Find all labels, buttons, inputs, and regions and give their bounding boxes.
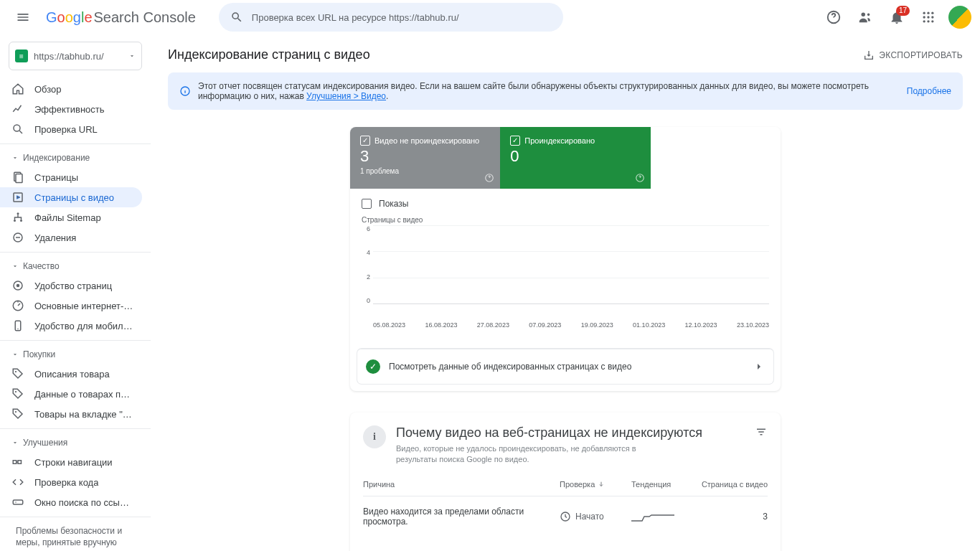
prev-page[interactable]	[717, 547, 738, 551]
main: Индексирование страниц с видео ЭКСПОРТИР…	[151, 34, 980, 551]
svg-rect-29	[13, 500, 23, 504]
nav-head-quality[interactable]: Качество	[0, 257, 151, 276]
reasons-title: Почему видео на веб-страницах не индекси…	[396, 425, 702, 441]
property-selector[interactable]: ≡https://tabhub.ru/	[9, 42, 142, 70]
svg-point-8	[923, 20, 925, 22]
svg-point-11	[14, 125, 20, 131]
svg-point-3	[927, 12, 929, 14]
logo: Google Search Console	[46, 9, 196, 26]
svg-point-2	[923, 12, 925, 14]
svg-point-30	[15, 501, 17, 503]
clock-icon	[560, 511, 571, 522]
svg-point-24	[15, 371, 17, 372]
search-icon	[230, 11, 243, 24]
sidebar-item[interactable]: Файлы Sitemap	[0, 207, 142, 227]
sidebar-item[interactable]: Товары на вкладке "Покупки"	[0, 404, 142, 424]
sidebar-item[interactable]: Проверка URL	[0, 119, 142, 139]
sidebar-item[interactable]: Эффективность	[0, 99, 142, 119]
page-title: Индексирование страниц с видео	[168, 47, 370, 62]
table-row[interactable]: Видео находится за пределами области про…	[363, 496, 768, 537]
svg-point-4	[931, 12, 933, 14]
apps-icon[interactable]	[914, 3, 943, 32]
info-icon	[179, 85, 191, 97]
chevron-right-icon	[753, 361, 765, 372]
svg-point-15	[17, 212, 19, 215]
sidebar-item[interactable]: Обзор	[0, 79, 142, 99]
sidebar-item[interactable]: Окно поиска по ссылкам сайта	[0, 492, 142, 512]
sidebar-item[interactable]: Удобство страниц	[0, 276, 142, 296]
svg-point-20	[17, 284, 20, 288]
svg-point-5	[923, 16, 925, 18]
sidebar-item[interactable]: Описания товара	[0, 364, 142, 384]
svg-rect-13	[16, 174, 22, 183]
sidebar-item[interactable]: Страницы с видео	[0, 187, 142, 207]
sidebar: ≡https://tabhub.ru/ ОбзорЭффективностьПр…	[0, 34, 151, 551]
sidebar-item[interactable]: Страницы	[0, 167, 142, 187]
people-icon[interactable]	[851, 3, 880, 32]
nav-head-indexing[interactable]: Индексирование	[0, 149, 151, 167]
view-indexed-data[interactable]: ✓ Посмотреть данные об индексированных с…	[357, 349, 773, 384]
checkbox-icon	[360, 136, 370, 146]
svg-point-17	[20, 220, 22, 222]
svg-point-6	[927, 16, 929, 18]
nav-security[interactable]: Проблемы безопасности и меры, принятые в…	[0, 522, 151, 551]
col-check-sort[interactable]: Проверка	[560, 480, 631, 489]
banner-link[interactable]: Улучшения > Видео	[306, 91, 386, 101]
avatar[interactable]	[948, 6, 971, 29]
svg-rect-27	[13, 461, 17, 464]
nav-head-shopping[interactable]: Покупки	[0, 345, 151, 364]
reasons-subtitle: Видео, которые не удалось проиндексирова…	[396, 443, 676, 466]
search-placeholder: Проверка всех URL на ресурсе https://tab…	[252, 12, 459, 23]
sidebar-item[interactable]: Основные интернет-показатели	[0, 296, 142, 316]
tab-indexed[interactable]: Проиндексировано 0	[500, 127, 650, 189]
sidebar-item[interactable]: Проверка кода	[0, 472, 142, 492]
svg-point-7	[931, 16, 933, 18]
info-icon: i	[363, 425, 386, 448]
svg-point-23	[17, 329, 19, 330]
notifications-badge: 17	[896, 6, 910, 16]
sidebar-item[interactable]: Строки навигации	[0, 452, 142, 472]
svg-rect-28	[18, 461, 22, 464]
svg-point-26	[15, 411, 17, 413]
export-button[interactable]: ЭКСПОРТИРОВАТЬ	[863, 50, 963, 61]
sidebar-item[interactable]: Данные о товарах продавца	[0, 384, 142, 404]
svg-point-25	[15, 391, 17, 392]
sidebar-item[interactable]: Удобство для мобильных	[0, 316, 142, 336]
sparkline	[631, 509, 674, 524]
download-icon	[863, 50, 875, 61]
nav-head-enh[interactable]: Улучшения	[0, 433, 151, 452]
next-page[interactable]	[748, 547, 768, 551]
impressions-checkbox[interactable]	[362, 199, 372, 209]
notifications-icon[interactable]: 17	[882, 3, 911, 32]
check-circle-icon: ✓	[366, 359, 380, 374]
learn-more-link[interactable]: Подробнее	[907, 86, 951, 96]
chevron-down-icon	[128, 52, 136, 60]
svg-point-1	[862, 13, 866, 17]
search-input[interactable]: Проверка всех URL на ресурсе https://tab…	[219, 3, 563, 32]
chart: 6420	[362, 225, 769, 319]
help-icon[interactable]	[635, 173, 645, 183]
help-icon[interactable]	[819, 3, 848, 32]
filter-icon[interactable]	[755, 425, 768, 438]
checkbox-icon	[510, 136, 520, 146]
info-banner: Этот отчет посвящен статусам индексирова…	[168, 72, 963, 110]
favicon: ≡	[15, 50, 28, 62]
svg-point-16	[14, 220, 16, 222]
help-icon[interactable]	[484, 173, 494, 183]
menu-button[interactable]	[6, 0, 40, 34]
arrow-down-icon	[598, 481, 605, 488]
tab-not-indexed[interactable]: Видео не проиндексировано 3 1 проблема	[350, 127, 500, 189]
svg-point-9	[927, 20, 929, 22]
sidebar-item[interactable]: Удаления	[0, 227, 142, 248]
svg-point-10	[931, 20, 933, 22]
